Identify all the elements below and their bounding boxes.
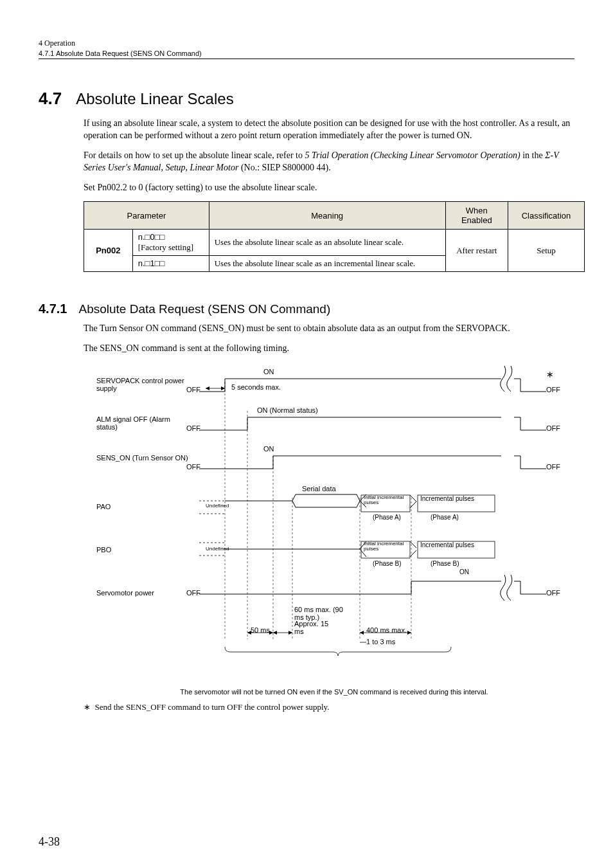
t-400: 400 ms max. (366, 626, 407, 634)
header-rule (39, 59, 574, 59)
para-471-2: The SENS_ON command is sent at the follo… (84, 343, 574, 355)
para-2e: (No.: SIEP S800000 44). (238, 163, 330, 172)
t-60: 60 ms max. (90 ms typ.) (294, 606, 346, 621)
th-when: When Enabled (445, 202, 508, 230)
incpulse-b: Incremental pulses (420, 541, 491, 548)
subsection-number: 4.7.1 (39, 302, 67, 316)
diagram-caption: The servomotor will not be turned ON eve… (84, 688, 585, 696)
td-r1-mean: Uses the absolute linear scale as an abs… (209, 230, 445, 256)
t-15: Approx. 15 ms (294, 620, 333, 635)
header-chapter: 4 Operation (39, 39, 574, 48)
on-motor-label: ON (459, 568, 469, 575)
svg-marker-26 (206, 386, 209, 390)
para-2a: For details on how to set up the absolut… (84, 150, 305, 160)
svg-line-21 (410, 541, 416, 548)
para-3: Set Pn002.2 to 0 (factory setting) to us… (84, 182, 574, 194)
off-sens-r: OFF (546, 463, 560, 471)
parameter-table: Parameter Meaning When Enabled Classific… (84, 201, 585, 272)
td-pn: Pn002 (84, 230, 133, 272)
phase-a2: (Phase A) (431, 514, 459, 521)
initpulse-a: Initial incremental pulses (364, 495, 409, 505)
on-sens: ON (263, 445, 274, 453)
header-subsection: 4.7.1 Absolute Data Request (SENS ON Com… (39, 50, 574, 57)
t-50: 50 ms (251, 626, 270, 634)
undef-pao: Undefined (206, 503, 229, 509)
phase-a1: (Phase A) (373, 514, 401, 521)
svg-marker-32 (273, 631, 277, 635)
svg-line-22 (410, 550, 416, 557)
page-number: 4-38 (39, 835, 60, 849)
label-pao: PAO (96, 503, 193, 511)
r1-factory: [Factory setting] (138, 242, 193, 252)
para-2c: in the (520, 150, 546, 160)
footnote: ∗ Send the SENS_OFF command to turn OFF … (84, 702, 574, 712)
td-when: After restart (445, 230, 508, 272)
th-meaning: Meaning (209, 202, 445, 230)
section-number: 4.7 (39, 89, 62, 109)
td-r1-val: n.□0□□ [Factory setting] (132, 230, 209, 256)
para-2: For details on how to set up the absolut… (84, 150, 574, 174)
off-motor-r: OFF (546, 589, 560, 597)
td-class: Setup (508, 230, 584, 272)
svg-line-12 (410, 495, 416, 502)
off-servopack-l: OFF (186, 386, 200, 393)
svg-marker-25 (221, 386, 225, 390)
td-r2-val: n.□1□□ (132, 256, 209, 272)
para-471-1: The Turn Sensor ON command (SENS_ON) mus… (84, 323, 574, 335)
section-4-7: 4.7 Absolute Linear Scales (39, 89, 574, 109)
section-4-7-body: If using an absolute linear scale, a sys… (84, 118, 574, 194)
footnote-text: Send the SENS_OFF command to turn OFF th… (95, 702, 330, 712)
th-parameter: Parameter (84, 202, 209, 230)
svg-marker-35 (360, 631, 364, 635)
off-servopack-r: OFF (546, 386, 560, 393)
label-servopack: SERVOPACK control power supply (96, 377, 193, 392)
phase-b2: (Phase B) (431, 560, 459, 567)
t-5s: 5 seconds max. (231, 383, 281, 391)
th-class: Classification (508, 202, 584, 230)
off-alm-l: OFF (186, 424, 200, 432)
off-motor-l: OFF (186, 589, 200, 597)
para-1: If using an absolute linear scale, a sys… (84, 118, 574, 142)
off-sens-l: OFF (186, 463, 200, 471)
label-motor: Servomotor power (96, 589, 193, 597)
label-alm: ALM signal OFF (Alarm status) (96, 415, 193, 431)
svg-marker-33 (289, 631, 292, 635)
t-1to3: 1 to 3 ms (366, 638, 395, 646)
incpulse-a: Incremental pulses (420, 495, 491, 502)
initpulse-b: Initial incremental pulses (364, 541, 409, 552)
on-servopack: ON (263, 368, 274, 375)
timing-diagram: SERVOPACK control power supply OFF ON 5 … (96, 363, 572, 684)
on-alm: ON (Normal status) (257, 406, 318, 414)
para-2b: 5 Trial Operation (Checking Linear Servo… (305, 150, 520, 160)
section-4-7-1: 4.7.1 Absolute Data Request (SENS ON Com… (39, 302, 574, 316)
section-4-7-1-body: The Turn Sensor ON command (SENS_ON) mus… (84, 323, 574, 355)
page-header: 4 Operation 4.7.1 Absolute Data Request … (39, 39, 574, 59)
section-title: Absolute Linear Scales (76, 90, 233, 108)
star: ∗ (546, 369, 554, 379)
r2-val-text: n.□1□□ (138, 258, 165, 268)
svg-line-13 (410, 502, 416, 508)
r1-val-text: n.□0□□ (138, 232, 165, 242)
svg-marker-36 (407, 631, 411, 635)
label-pbo: PBO (96, 546, 193, 554)
label-sens: SENS_ON (Turn Sensor ON) (96, 454, 193, 462)
undef-pbo: Undefined (206, 546, 229, 552)
phase-b1: (Phase B) (373, 560, 401, 567)
subsection-title: Absolute Data Request (SENS ON Command) (78, 302, 330, 316)
off-alm-r: OFF (546, 424, 560, 432)
serial-label: Serial data (302, 485, 336, 493)
td-r2-mean: Uses the absolute linear scale as an inc… (209, 256, 445, 272)
